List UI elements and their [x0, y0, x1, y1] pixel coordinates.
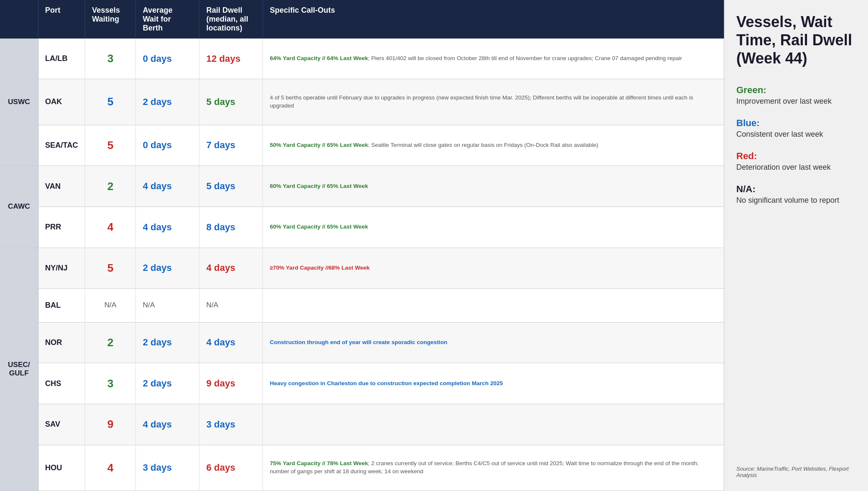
legend-red-label: Red: — [736, 151, 856, 162]
legend-blue-desc: Consistent over last week — [736, 130, 856, 139]
port-name: NY/NJ — [38, 248, 85, 289]
header-callouts: Specific Call-Outs — [263, 0, 724, 39]
specific-callout: ≥70% Yard Capacity //68% Last Week — [263, 248, 724, 289]
legend-green-label: Green: — [736, 85, 856, 96]
region-cell: CAWC — [0, 166, 38, 248]
legend-na-desc: No significant volume to report — [736, 196, 856, 205]
table-row: USWCLA/LB30 days12 days64% Yard Capacity… — [0, 39, 724, 79]
page-title: Vessels, Wait Time, Rail Dwell (Week 44) — [736, 13, 856, 68]
header-region — [0, 0, 38, 39]
table-row: CHS32 days9 daysHeavy congestion in Char… — [0, 363, 724, 404]
port-name: SEA/TAC — [38, 125, 85, 166]
region-cell: USWC — [0, 39, 38, 166]
specific-callout: Construction through end of year will cr… — [263, 322, 724, 363]
sidebar-title-container: Vessels, Wait Time, Rail Dwell (Week 44) — [736, 13, 856, 85]
rail-dwell: 5 days — [199, 79, 263, 125]
avg-wait: 4 days — [136, 166, 199, 207]
rail-dwell: 7 days — [199, 125, 263, 166]
specific-callout: 4 of 5 berths operable until February du… — [263, 79, 724, 125]
rail-dwell: 6 days — [199, 445, 263, 491]
vessels-waiting: 5 — [85, 125, 136, 166]
specific-callout — [263, 404, 724, 445]
vessels-waiting: 2 — [85, 322, 136, 363]
legend-section: Green: Improvement over last week Blue: … — [736, 85, 856, 466]
avg-wait: 0 days — [136, 125, 199, 166]
port-name: OAK — [38, 79, 85, 125]
specific-callout: 60% Yard Capacity // 65% Last Week — [263, 207, 724, 248]
port-name: SAV — [38, 404, 85, 445]
port-name: LA/LB — [38, 39, 85, 79]
legend-green-desc: Improvement over last week — [736, 97, 856, 106]
legend-na-label: N/A: — [736, 184, 856, 195]
table-row: SEA/TAC50 days7 days50% Yard Capacity //… — [0, 125, 724, 166]
avg-wait: 2 days — [136, 248, 199, 289]
specific-callout: 50% Yard Capacity // 65% Last Week; Seat… — [263, 125, 724, 166]
port-name: VAN — [38, 166, 85, 207]
specific-callout: 75% Yard Capacity // 78% Last Week; 2 cr… — [263, 445, 724, 491]
port-name: BAL — [38, 289, 85, 322]
avg-wait: 4 days — [136, 404, 199, 445]
legend-na: N/A: No significant volume to report — [736, 184, 856, 205]
vessels-waiting: 4 — [85, 207, 136, 248]
vessels-waiting: 2 — [85, 166, 136, 207]
legend-blue-label: Blue: — [736, 118, 856, 129]
table-row: NOR22 days4 daysConstruction through end… — [0, 322, 724, 363]
table-row: OAK52 days5 days4 of 5 berths operable u… — [0, 79, 724, 125]
port-data-table: Port Vessels Waiting Average Wait for Be… — [0, 0, 724, 491]
header-rail-dwell: Rail Dwell (median, all locations) — [199, 0, 263, 39]
rail-dwell: 5 days — [199, 166, 263, 207]
rail-dwell: 8 days — [199, 207, 263, 248]
vessels-waiting: 3 — [85, 363, 136, 404]
main-content: Port Vessels Waiting Average Wait for Be… — [0, 0, 724, 491]
port-name: NOR — [38, 322, 85, 363]
table-row: BALN/AN/AN/A — [0, 289, 724, 322]
vessels-waiting: 5 — [85, 79, 136, 125]
port-name: PRR — [38, 207, 85, 248]
vessels-waiting: N/A — [85, 289, 136, 322]
specific-callout: Heavy congestion in Charleston due to co… — [263, 363, 724, 404]
rail-dwell: N/A — [199, 289, 263, 322]
specific-callout: 60% Yard Capacity // 65% Last Week — [263, 166, 724, 207]
avg-wait: 0 days — [136, 39, 199, 79]
rail-dwell: 12 days — [199, 39, 263, 79]
legend-red-desc: Deterioration over last week — [736, 163, 856, 172]
port-name: HOU — [38, 445, 85, 491]
table-row: USEC/ GULFNY/NJ52 days4 days≥70% Yard Ca… — [0, 248, 724, 289]
legend-green: Green: Improvement over last week — [736, 85, 856, 106]
avg-wait: 3 days — [136, 445, 199, 491]
avg-wait: 2 days — [136, 79, 199, 125]
header-avg-wait: Average Wait for Berth — [136, 0, 199, 39]
vessels-waiting: 4 — [85, 445, 136, 491]
rail-dwell: 3 days — [199, 404, 263, 445]
sidebar: Vessels, Wait Time, Rail Dwell (Week 44)… — [724, 0, 868, 491]
region-cell: USEC/ GULF — [0, 248, 38, 491]
vessels-waiting: 5 — [85, 248, 136, 289]
avg-wait: 2 days — [136, 363, 199, 404]
vessels-waiting: 9 — [85, 404, 136, 445]
table-body: USWCLA/LB30 days12 days64% Yard Capacity… — [0, 39, 724, 491]
rail-dwell: 4 days — [199, 248, 263, 289]
specific-callout — [263, 289, 724, 322]
avg-wait: 2 days — [136, 322, 199, 363]
avg-wait: 4 days — [136, 207, 199, 248]
source-attribution: Source: MarineTraffic, Port Websites, Fl… — [736, 466, 856, 478]
legend-red: Red: Deterioration over last week — [736, 151, 856, 172]
avg-wait: N/A — [136, 289, 199, 322]
legend-blue: Blue: Consistent over last week — [736, 118, 856, 139]
port-name: CHS — [38, 363, 85, 404]
specific-callout: 64% Yard Capacity // 64% Last Week; Pier… — [263, 39, 724, 79]
vessels-waiting: 3 — [85, 39, 136, 79]
table-row: CAWCVAN24 days5 days60% Yard Capacity //… — [0, 166, 724, 207]
rail-dwell: 4 days — [199, 322, 263, 363]
table-row: SAV94 days3 days — [0, 404, 724, 445]
table-row: HOU43 days6 days75% Yard Capacity // 78%… — [0, 445, 724, 491]
table-header-row: Port Vessels Waiting Average Wait for Be… — [0, 0, 724, 39]
header-port: Port — [38, 0, 85, 39]
header-vessels: Vessels Waiting — [85, 0, 136, 39]
table-row: PRR44 days8 days60% Yard Capacity // 65%… — [0, 207, 724, 248]
rail-dwell: 9 days — [199, 363, 263, 404]
